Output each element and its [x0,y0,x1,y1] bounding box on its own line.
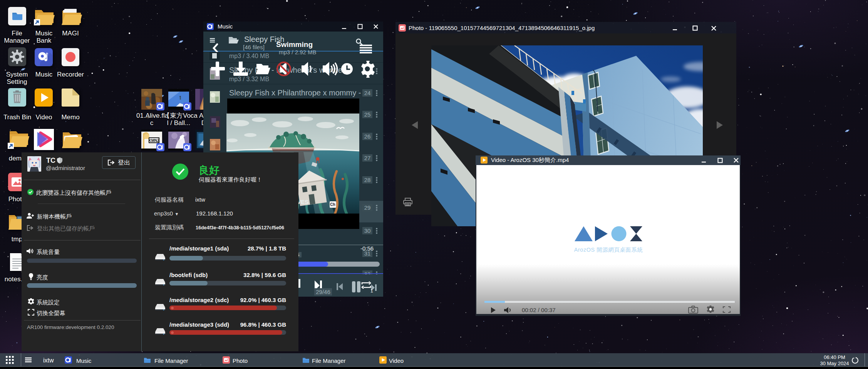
svg-text:KMNZ: KMNZ [149,139,160,143]
svg-text:Ch: Ch [330,202,335,207]
